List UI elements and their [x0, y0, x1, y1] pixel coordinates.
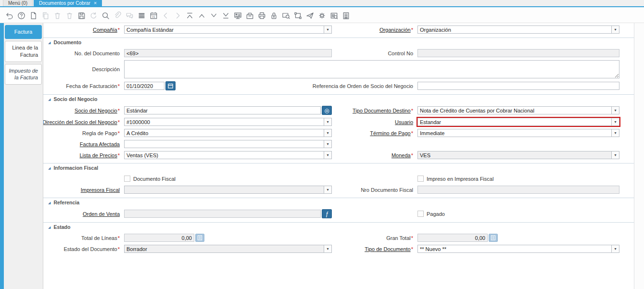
- collapse-triangle-icon[interactable]: ◢: [48, 166, 51, 170]
- organizacion-select[interactable]: Organización ▾: [417, 25, 619, 34]
- orden-venta-field[interactable]: [124, 210, 321, 218]
- zoom-sales-order-button[interactable]: ƒ: [322, 209, 332, 218]
- zoom-across-icon[interactable]: [280, 10, 292, 21]
- first-record-icon[interactable]: [184, 10, 196, 21]
- chevron-down-icon[interactable]: ▾: [324, 151, 331, 159]
- fecha-facturacion-input[interactable]: [124, 82, 164, 90]
- calculator-button[interactable]: [195, 234, 204, 242]
- orden-venta-label[interactable]: Orden de Venta: [43, 211, 123, 217]
- lista-precios-select[interactable]: Ventas (VES) ▾: [124, 151, 332, 159]
- section-documento[interactable]: ◢ Documento: [43, 38, 634, 46]
- regla-pago-select[interactable]: A Crédito ▾: [124, 129, 332, 137]
- pagado-checkbox[interactable]: [417, 211, 424, 217]
- lock-icon[interactable]: [268, 10, 280, 21]
- sidebar-tab-impuesto-de-la-factura[interactable]: Impuesto de la Factura: [5, 64, 42, 85]
- factura-afectada-select[interactable]: ▾: [124, 140, 332, 148]
- chevron-down-icon[interactable]: ▾: [611, 129, 619, 137]
- referencia-orden-input[interactable]: [417, 82, 619, 90]
- chevron-down-icon[interactable]: ▾: [611, 151, 619, 159]
- sidebar-tab-linea-de-la-factura[interactable]: Linea de la Factura: [5, 41, 42, 62]
- chevron-down-icon[interactable]: ▾: [324, 26, 331, 33]
- impresora-fiscal-label[interactable]: Impresora Fiscal: [43, 187, 123, 193]
- last-record-icon[interactable]: [220, 10, 232, 21]
- nro-documento-fiscal-field[interactable]: [417, 186, 619, 194]
- save-icon[interactable]: [76, 10, 88, 21]
- direccion-socio-label[interactable]: Dirección del Socio del Negocio*: [43, 119, 123, 125]
- business-partner-button[interactable]: ◎: [322, 106, 332, 115]
- moneda-label[interactable]: Moneda*: [333, 152, 416, 158]
- impresora-fiscal-select[interactable]: ▾: [124, 186, 332, 194]
- calendar-icon: [167, 83, 174, 89]
- scrollbar-track[interactable]: [634, 23, 644, 289]
- organizacion-label[interactable]: Organización*: [333, 27, 416, 33]
- direccion-socio-select[interactable]: #1000000 ▾: [124, 118, 332, 126]
- preferences-icon[interactable]: [316, 10, 328, 21]
- termino-pago-label[interactable]: Término de Pago*: [333, 130, 416, 136]
- control-no-field[interactable]: [417, 49, 619, 57]
- print-icon[interactable]: [256, 10, 268, 21]
- socio-negocio-input[interactable]: [124, 106, 321, 114]
- help-icon[interactable]: [15, 10, 27, 21]
- lista-precios-label[interactable]: Lista de Precios*: [43, 152, 123, 158]
- find-icon[interactable]: [100, 10, 112, 21]
- chevron-down-icon[interactable]: ▾: [324, 140, 331, 148]
- requests-icon[interactable]: [136, 10, 148, 21]
- impreso-impresora-label: Impreso en Impresora Fiscal: [427, 176, 493, 182]
- sidebar-tab-factura[interactable]: Factura: [5, 25, 42, 39]
- collapse-triangle-icon[interactable]: ◢: [48, 41, 51, 44]
- send-icon[interactable]: [304, 10, 316, 21]
- usuario-label[interactable]: Usuario: [333, 119, 416, 125]
- workflow-icon[interactable]: [292, 10, 304, 21]
- chevron-down-icon[interactable]: ▾: [324, 129, 331, 137]
- close-icon[interactable]: ×: [94, 0, 97, 6]
- section-socio-del-negocio[interactable]: ◢ Socio del Negocio: [43, 94, 634, 103]
- archive-icon[interactable]: [244, 10, 256, 21]
- parent-record-icon[interactable]: [196, 10, 208, 21]
- section-referencia[interactable]: ◢ Referencia: [43, 198, 634, 206]
- chevron-down-icon[interactable]: ▾: [611, 107, 619, 114]
- chevron-down-icon[interactable]: ▾: [324, 118, 331, 126]
- tipo-documento-select[interactable]: ** Nuevo ** ▾: [417, 245, 619, 253]
- row-direccion-usuario: Dirección del Socio del Negocio* #100000…: [43, 118, 619, 126]
- estado-documento-select[interactable]: Borrador ▾: [124, 245, 332, 253]
- socio-negocio-label[interactable]: Socio del Negocio*: [43, 108, 123, 113]
- factura-afectada-label[interactable]: Factura Afectada: [43, 141, 123, 147]
- collapse-triangle-icon[interactable]: ◢: [48, 226, 51, 229]
- tab-menu[interactable]: Menú (0): [3, 0, 33, 6]
- chevron-down-icon[interactable]: ▾: [611, 118, 619, 126]
- chevron-down-icon[interactable]: ▾: [324, 245, 331, 252]
- collapse-triangle-icon[interactable]: ◢: [48, 98, 51, 101]
- section-estado[interactable]: ◢ Estado: [43, 222, 634, 231]
- chevron-down-icon[interactable]: ▾: [611, 26, 619, 33]
- grid-toggle-icon[interactable]: [232, 10, 244, 21]
- report-icon[interactable]: [340, 10, 352, 21]
- tab-documentos-por-cobrar[interactable]: Documentos por Cobrar ×: [34, 0, 102, 6]
- section-informacion-fiscal[interactable]: ◢ Informacion Fiscal: [43, 163, 634, 172]
- row-nodocumento-controlno: No. del Documento <69> Control No: [43, 49, 619, 57]
- tipo-doc-destino-label[interactable]: Tipo Documento Destino*: [333, 108, 416, 113]
- detail-record-icon[interactable]: [208, 10, 220, 21]
- product-info-icon[interactable]: [328, 10, 340, 21]
- row-listaprecios-moneda: Lista de Precios* Ventas (VES) ▾ Moneda*…: [43, 151, 619, 159]
- tipo-documento-label[interactable]: Tipo de Documento*: [333, 246, 416, 252]
- documento-fiscal-checkbox[interactable]: [124, 176, 130, 182]
- calculator-button[interactable]: [489, 234, 498, 242]
- termino-pago-select[interactable]: Immediate ▾: [417, 129, 619, 137]
- compania-label[interactable]: Compañía*: [43, 27, 123, 33]
- impreso-impresora-checkbox[interactable]: [417, 176, 424, 182]
- chevron-down-icon[interactable]: ▾: [611, 245, 619, 252]
- descripcion-textarea[interactable]: [124, 60, 619, 78]
- collapse-triangle-icon[interactable]: ◢: [48, 201, 51, 204]
- no-documento-field[interactable]: <69>: [124, 49, 332, 57]
- undo-icon[interactable]: [3, 10, 15, 21]
- usuario-select[interactable]: Estandar ▾: [417, 118, 619, 126]
- moneda-select[interactable]: VES ▾: [417, 151, 619, 159]
- documento-fiscal-label: Documento Fiscal: [133, 176, 176, 182]
- new-record-icon[interactable]: [27, 10, 39, 21]
- tipo-doc-destino-select[interactable]: Nota de Crédito de Cuentas por Cobrar Na…: [417, 106, 619, 114]
- compania-select[interactable]: Compañía Estándar ▾: [124, 25, 332, 34]
- svg-text:31: 31: [152, 14, 155, 18]
- chevron-down-icon[interactable]: ▾: [324, 186, 331, 193]
- calendar-icon[interactable]: 31: [148, 10, 160, 21]
- calendar-button[interactable]: [165, 81, 176, 90]
